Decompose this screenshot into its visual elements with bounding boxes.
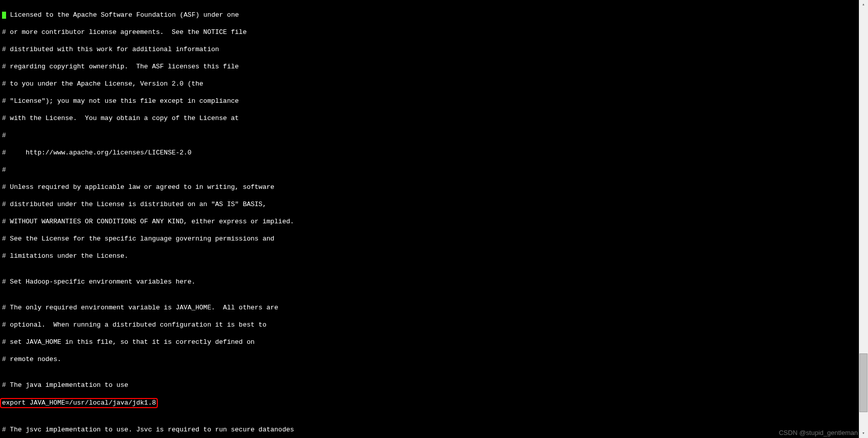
code-line: # with the License. You may obtain a cop… bbox=[2, 114, 859, 123]
highlight-java-home: export JAVA_HOME=/usr/local/java/jdk1.8 bbox=[0, 398, 158, 408]
code-line: # http://www.apache.org/licenses/LICENSE… bbox=[2, 148, 859, 157]
chevron-up-icon: ▴ bbox=[862, 1, 864, 9]
code-line: # The only required environment variable… bbox=[2, 303, 859, 312]
cursor-block bbox=[2, 12, 6, 19]
code-line: Licensed to the Apache Software Foundati… bbox=[2, 11, 859, 19]
code-line: # to you under the Apache License, Versi… bbox=[2, 79, 859, 88]
code-line-highlighted: export JAVA_HOME=/usr/local/java/jdk1.8 bbox=[2, 398, 859, 408]
code-line: # See the License for the specific langu… bbox=[2, 234, 859, 243]
scroll-up-button[interactable]: ▴ bbox=[859, 0, 868, 9]
code-line: # "License"); you may not use this file … bbox=[2, 97, 859, 105]
code-line: # WITHOUT WARRANTIES OR CONDITIONS OF AN… bbox=[2, 217, 859, 226]
vertical-scrollbar[interactable]: ▴ ▾ bbox=[859, 0, 868, 438]
code-line: # limitations under the License. bbox=[2, 252, 859, 260]
code-line: # or more contributor license agreements… bbox=[2, 28, 859, 36]
scrollbar-thumb[interactable] bbox=[859, 353, 867, 412]
terminal-viewport[interactable]: Licensed to the Apache Software Foundati… bbox=[0, 0, 859, 438]
scroll-down-button[interactable]: ▾ bbox=[859, 429, 868, 438]
code-line: # distributed under the License is distr… bbox=[2, 200, 859, 209]
scrollbar-track[interactable] bbox=[859, 9, 868, 429]
code-line: # distributed with this work for additio… bbox=[2, 45, 859, 54]
code-line: # bbox=[2, 131, 859, 140]
code-line: # optional. When running a distributed c… bbox=[2, 321, 859, 329]
code-line: # Set Hadoop-specific environment variab… bbox=[2, 277, 859, 286]
code-line: # bbox=[2, 166, 859, 174]
code-line: # The jsvc implementation to use. Jsvc i… bbox=[2, 425, 859, 434]
chevron-down-icon: ▾ bbox=[862, 429, 864, 438]
code-line: # remote nodes. bbox=[2, 355, 859, 364]
code-line: # set JAVA_HOME in this file, so that it… bbox=[2, 338, 859, 346]
code-line: # regarding copyright ownership. The ASF… bbox=[2, 62, 859, 71]
code-line: # Unless required by applicable law or a… bbox=[2, 183, 859, 191]
code-line: # The java implementation to use bbox=[2, 381, 859, 389]
